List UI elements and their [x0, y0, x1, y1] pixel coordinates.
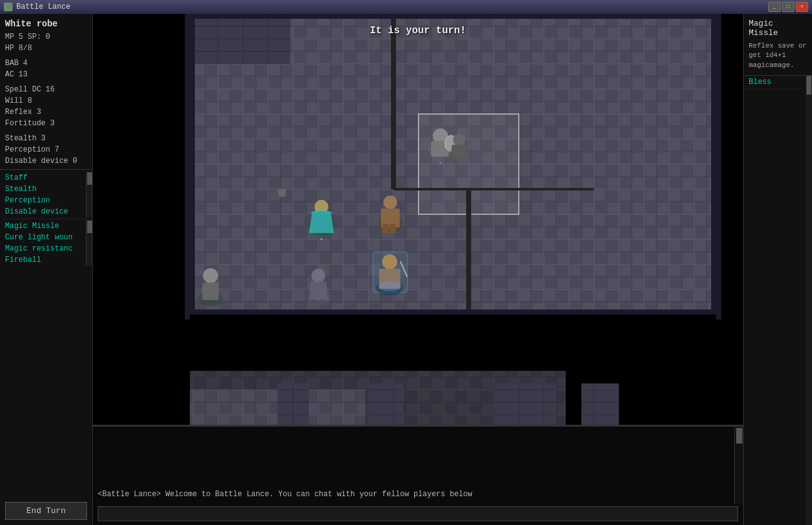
chat-messages-inner: <Battle Lance> Welcome to Battle Lance. … — [98, 429, 729, 501]
svg-point-41 — [453, 133, 466, 146]
ac-stat: AC 13 — [5, 69, 87, 80]
svg-point-58 — [203, 268, 218, 283]
actions-scrollbar[interactable] — [86, 172, 92, 217]
svg-point-47 — [383, 195, 397, 209]
chat-input[interactable] — [98, 506, 738, 521]
reflex-stat: Reflex 3 — [5, 107, 87, 118]
spell-magic-missle[interactable]: Magic Missle — [0, 221, 86, 232]
svg-rect-33 — [494, 383, 556, 425]
action-disable-device[interactable]: Disable device — [0, 206, 86, 217]
svg-rect-34 — [581, 383, 619, 425]
game-viewport[interactable]: ⚔ ✦ — [93, 14, 743, 525]
chat-scroll-thumb[interactable] — [736, 428, 742, 444]
right-spell-list: Bless — [744, 76, 806, 525]
spells-list-container: Magic Missle Cure light woun Magic resis… — [0, 221, 92, 266]
svg-point-53 — [382, 254, 397, 269]
hp-stat: HP 8/8 — [5, 43, 87, 54]
spell-cure-light[interactable]: Cure light woun — [0, 232, 86, 243]
end-turn-button[interactable]: End Turn — [5, 502, 87, 520]
spell-info-name: Magic Missle — [749, 19, 807, 38]
spells-scrollbar[interactable] — [86, 221, 92, 266]
actions-list-container: Staff Stealth Perception Disable device — [0, 172, 92, 217]
svg-text:✦: ✦ — [320, 236, 323, 242]
right-scroll-thumb[interactable] — [806, 76, 811, 95]
will-stat: Will 8 — [5, 95, 87, 107]
svg-rect-18 — [190, 64, 290, 89]
chat-message: <Battle Lance> Welcome to Battle Lance. … — [98, 488, 729, 501]
character-info: White robe MP 5 SP: 0 HP 8/8 BAB 4 AC 13… — [0, 14, 92, 170]
dungeon-background: ⚔ ✦ — [93, 14, 743, 425]
close-button[interactable]: × — [796, 2, 808, 12]
character-name: White robe — [5, 19, 87, 29]
right-scrollbar[interactable] — [806, 76, 812, 525]
actions-scroll-thumb[interactable] — [87, 172, 92, 185]
title-bar-text: Battle Lance — [16, 3, 768, 11]
svg-point-61 — [311, 269, 325, 283]
svg-rect-50 — [390, 224, 396, 233]
svg-text:⚔: ⚔ — [439, 160, 442, 165]
app-icon — [4, 3, 13, 11]
action-perception[interactable]: Perception — [0, 195, 86, 206]
action-staff[interactable]: Staff — [0, 172, 86, 184]
svg-rect-17 — [190, 14, 290, 64]
spell-info: Magic Missle Reflex save or get 1d4+1 ma… — [744, 14, 812, 76]
perception-stat: Perception 7 — [5, 144, 87, 155]
svg-rect-31 — [278, 383, 309, 425]
svg-rect-42 — [452, 145, 467, 159]
left-panel: White robe MP 5 SP: 0 HP 8/8 BAB 4 AC 13… — [0, 14, 93, 525]
right-panel: Magic Missle Reflex save or get 1d4+1 ma… — [743, 14, 812, 525]
chat-outer: <Battle Lance> Welcome to Battle Lance. … — [93, 427, 743, 504]
spell-fireball[interactable]: Fireball — [0, 254, 86, 266]
chat-scrollbar[interactable] — [734, 427, 743, 504]
stealth-stat: Stealth 3 — [5, 133, 87, 144]
spells-list: Magic Missle Cure light woun Magic resis… — [0, 221, 86, 266]
spell-magic-resist[interactable]: Magic resistanc — [0, 243, 86, 254]
svg-rect-59 — [202, 283, 219, 300]
title-bar-buttons: _ □ × — [768, 2, 808, 12]
svg-rect-49 — [382, 224, 388, 233]
game-canvas[interactable]: ⚔ ✦ — [93, 14, 743, 425]
disable-device-stat: Disable device 0 — [5, 155, 87, 167]
actions-divider — [3, 219, 90, 219]
main-layout: White robe MP 5 SP: 0 HP 8/8 BAB 4 AC 13… — [0, 14, 812, 525]
chat-messages: <Battle Lance> Welcome to Battle Lance. … — [93, 427, 734, 504]
bab-stat: BAB 4 — [5, 58, 87, 69]
maximize-button[interactable]: □ — [782, 2, 794, 12]
minimize-button[interactable]: _ — [768, 2, 781, 12]
actions-list: Staff Stealth Perception Disable device — [0, 172, 86, 217]
spell-dc-stat: Spell DC 16 — [5, 84, 87, 95]
svg-rect-32 — [368, 383, 403, 425]
spell-list-with-scroll: Bless — [744, 76, 812, 525]
right-spell-bless[interactable]: Bless — [744, 76, 806, 89]
title-bar: Battle Lance _ □ × — [0, 0, 812, 14]
fortitude-stat: Fortitude 3 — [5, 118, 87, 129]
chat-input-row — [93, 504, 743, 525]
spells-scroll-thumb[interactable] — [87, 221, 92, 233]
spell-list-section: Bless — [744, 76, 812, 525]
chat-area: <Battle Lance> Welcome to Battle Lance. … — [93, 425, 743, 525]
mp-sp-stat: MP 5 SP: 0 — [5, 31, 87, 43]
actions-section: Staff Stealth Perception Disable device — [0, 170, 92, 497]
svg-point-56 — [378, 281, 401, 291]
action-stealth[interactable]: Stealth — [0, 184, 86, 195]
svg-rect-26 — [278, 189, 286, 197]
spell-info-desc: Reflex save or get 1d4+1 magicamage. — [749, 41, 807, 70]
